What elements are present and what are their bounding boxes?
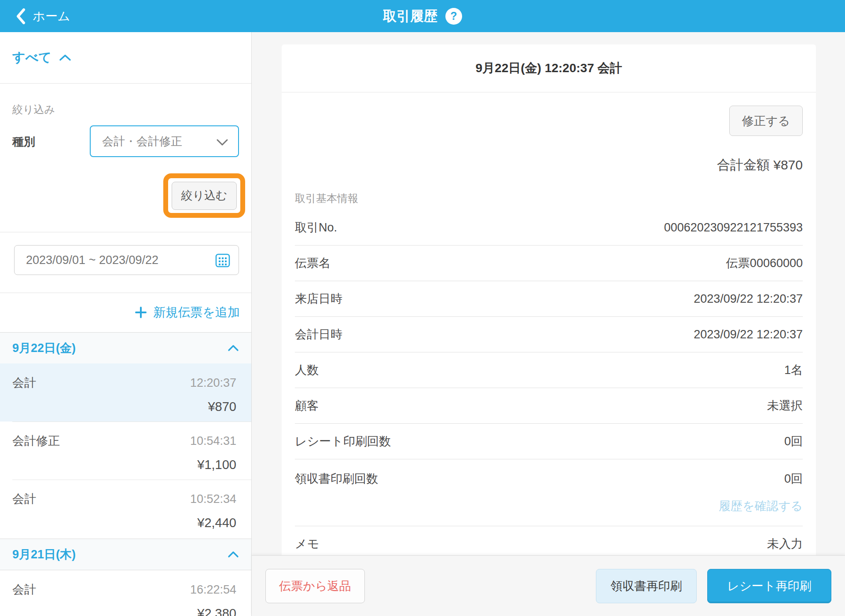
filter-summary-toggle[interactable]: すべて <box>0 32 251 84</box>
transaction-amount: ¥2,380 <box>12 606 236 616</box>
transaction-amount: ¥2,440 <box>12 516 236 530</box>
transaction-time: 10:54:31 <box>190 434 236 448</box>
divider <box>0 232 251 232</box>
transaction-type: 会計 <box>12 375 36 391</box>
edit-button[interactable]: 修正する <box>729 106 803 136</box>
receipt-reprint-button[interactable]: 領収書再印刷 <box>596 569 697 603</box>
row-label: レシート印刷回数 <box>295 433 391 449</box>
apply-filter-button[interactable]: 絞り込む <box>172 182 237 210</box>
chevron-up-icon <box>59 54 72 62</box>
transaction-type: 会計 <box>12 491 36 507</box>
transaction-history-screen: ホーム 取引履歴 ? すべて 絞り込み 種別 会計・会計修正 絞り込む 202 <box>0 0 845 616</box>
row-value: 未入力 <box>767 536 803 552</box>
slip-reprint-button[interactable]: レシート再印刷 <box>707 569 831 603</box>
transaction-list-item[interactable]: 会計 12:20:37 ¥870 <box>0 363 251 422</box>
help-icon[interactable]: ? <box>445 8 462 25</box>
transaction-list-item[interactable]: 会計修正 10:54:31 ¥1,100 <box>0 422 251 480</box>
detail-title: 9月22日(金) 12:20:37 会計 <box>282 44 816 92</box>
basic-info-section-label: 取引基本情報 <box>295 191 358 205</box>
transaction-list-sidebar: すべて 絞り込み 種別 会計・会計修正 絞り込む 2023/09/01 ~ 20… <box>0 32 252 616</box>
row-label: 取引No. <box>295 220 337 235</box>
chevron-down-icon <box>216 139 228 146</box>
date-group-header[interactable]: 9月21日(木) <box>0 539 251 570</box>
detail-row: メモ 未入力 <box>295 526 803 555</box>
row-value: 未選択 <box>767 398 803 414</box>
detail-rows: 取引No. 000620230922121755393 伝票名 伝票000600… <box>295 210 803 555</box>
total-amount-label: 合計金額 <box>717 158 770 172</box>
row-label: 伝票名 <box>295 255 331 271</box>
date-group-header[interactable]: 9月22日(金) <box>0 332 251 364</box>
detail-row: 来店日時 2023/09/22 12:20:37 <box>295 281 803 317</box>
row-value: 0回 <box>784 433 803 449</box>
total-amount-value: ¥870 <box>773 158 803 172</box>
action-bar: 伝票から返品 領収書再印刷 レシート再印刷 <box>252 555 845 616</box>
chevron-up-icon <box>228 551 239 558</box>
date-range-input[interactable]: 2023/09/01 ~ 2023/09/22 <box>14 245 239 275</box>
row-label: 顧客 <box>295 398 319 414</box>
row-value: 2023/09/22 12:20:37 <box>694 292 803 306</box>
detail-row: 取引No. 000620230922121755393 <box>295 210 803 246</box>
row-label: メモ <box>295 536 319 552</box>
detail-row: 領収書印刷回数 0回 履歴を確認する <box>295 459 803 526</box>
filter-summary-label: すべて <box>12 49 51 66</box>
highlight-annotation-box: 絞り込む <box>163 173 245 218</box>
total-amount-line: 合計金額 ¥870 <box>717 156 803 174</box>
back-chevron-icon <box>16 8 26 24</box>
row-value: 1名 <box>784 362 803 378</box>
back-home-label: ホーム <box>33 8 70 25</box>
row-label: 会計日時 <box>295 326 342 342</box>
add-new-slip-link[interactable]: 新規伝票を追加 <box>135 304 240 321</box>
row-value: 000620230922121755393 <box>664 221 803 235</box>
transaction-time: 10:52:34 <box>190 492 236 506</box>
transaction-type: 会計修正 <box>12 433 60 449</box>
transaction-detail-card: 9月22日(金) 12:20:37 会計 修正する 合計金額 ¥870 取引基本… <box>282 44 816 555</box>
chevron-up-icon <box>228 345 239 352</box>
transaction-list-item[interactable]: 会計 10:52:34 ¥2,440 <box>0 480 251 539</box>
divider <box>12 422 251 422</box>
calendar-icon[interactable] <box>215 253 231 268</box>
row-value: 0回 <box>784 471 803 487</box>
type-filter-label: 種別 <box>12 134 35 150</box>
return-from-slip-button[interactable]: 伝票から返品 <box>265 569 365 603</box>
page-title-group: 取引履歴 ? <box>383 7 462 26</box>
detail-row: 人数 1名 <box>295 352 803 388</box>
date-group-label: 9月22日(金) <box>12 340 76 356</box>
divider <box>12 480 251 480</box>
plus-icon <box>135 306 147 319</box>
transaction-time: 12:20:37 <box>190 376 236 390</box>
app-header: ホーム 取引履歴 ? <box>0 0 845 32</box>
back-home-button[interactable]: ホーム <box>16 0 70 32</box>
divider <box>0 293 251 293</box>
row-label: 来店日時 <box>295 291 342 307</box>
transaction-time: 16:22:54 <box>190 583 236 597</box>
type-filter-value: 会計・会計修正 <box>102 134 182 149</box>
transaction-amount: ¥870 <box>12 400 236 414</box>
detail-row: 顧客 未選択 <box>295 388 803 424</box>
add-new-slip-label: 新規伝票を追加 <box>153 304 240 321</box>
row-value: 2023/09/22 12:20:37 <box>694 328 803 341</box>
transaction-list-item[interactable]: 会計 16:22:54 ¥2,380 <box>0 570 251 616</box>
detail-row: 伝票名 伝票00060000 <box>295 246 803 281</box>
transaction-amount: ¥1,100 <box>12 458 236 472</box>
help-glyph: ? <box>450 10 457 22</box>
check-history-link[interactable]: 履歴を確認する <box>295 498 803 514</box>
row-value: 伝票00060000 <box>726 255 803 271</box>
row-label: 人数 <box>295 362 319 378</box>
row-label: 領収書印刷回数 <box>295 471 378 487</box>
date-range-value: 2023/09/01 ~ 2023/09/22 <box>26 253 158 267</box>
filter-section-label: 絞り込み <box>12 103 55 117</box>
page-title: 取引履歴 <box>383 7 437 26</box>
detail-row: レシート印刷回数 0回 <box>295 424 803 459</box>
transaction-type: 会計 <box>12 582 36 598</box>
type-filter-select[interactable]: 会計・会計修正 <box>90 125 239 157</box>
detail-row: 会計日時 2023/09/22 12:20:37 <box>295 317 803 352</box>
date-group-label: 9月21日(木) <box>12 546 76 562</box>
